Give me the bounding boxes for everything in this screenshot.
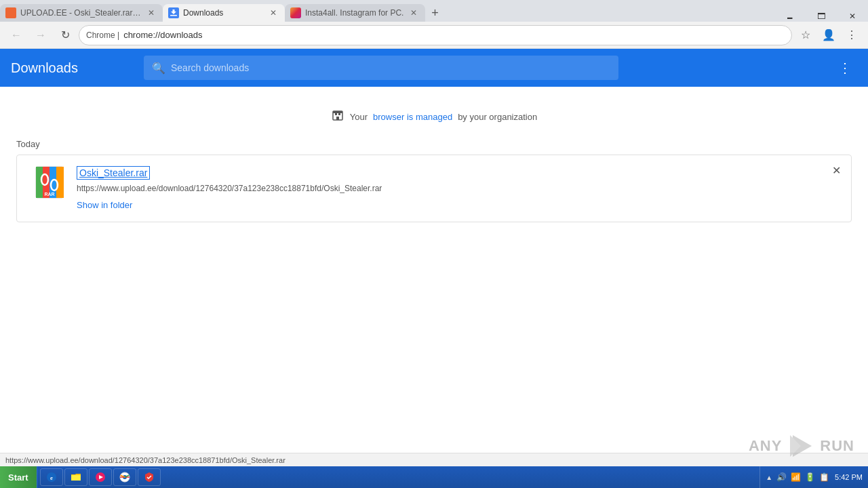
status-text: https://www.upload.ee/download/12764320/… <box>5 456 285 464</box>
tab-upload-close[interactable]: ✕ <box>145 7 157 19</box>
section-today: Today <box>0 134 868 222</box>
shield-icon <box>144 472 155 483</box>
download-filename[interactable]: Oski_Stealer.rar <box>77 166 150 180</box>
media-icon <box>95 472 106 483</box>
download-info: Oski_Stealer.rar https://www.upload.ee/d… <box>77 166 835 211</box>
battery-icon[interactable]: 🔋 <box>805 472 815 482</box>
start-button[interactable]: Start <box>0 466 37 488</box>
taskbar-items: e <box>37 466 760 488</box>
profile-button[interactable]: 👤 <box>818 24 840 46</box>
managed-banner: Your browser is managed by your organiza… <box>0 100 868 134</box>
upload-favicon <box>5 7 16 18</box>
search-icon: 🔍 <box>152 62 165 75</box>
svg-rect-2 <box>335 113 337 115</box>
back-button[interactable]: ← <box>5 24 27 46</box>
status-bar: https://www.upload.ee/download/12764320/… <box>0 453 868 466</box>
download-item: RAR Oski_Stealer.rar https://www.upload.… <box>16 155 852 222</box>
downloads-page: Downloads 🔍 ⋮ Your <box>0 49 868 466</box>
tab-insta[interactable]: Insta4all. Instagram for PC. ✕ <box>285 4 425 22</box>
downloads-header: Downloads 🔍 ⋮ <box>0 49 868 87</box>
taskbar-item-ie[interactable]: e <box>40 468 63 486</box>
taskbar-tray-icons: ▲ 🔊 📶 🔋 📋 <box>766 472 829 482</box>
taskbar-item-shield[interactable] <box>138 468 161 486</box>
address-bar[interactable]: Chrome | chrome://downloads <box>79 25 792 45</box>
network-icon[interactable]: 📶 <box>791 472 801 482</box>
search-bar[interactable]: 🔍 <box>144 56 618 80</box>
downloads-favicon-icon <box>170 9 178 17</box>
section-today-label: Today <box>0 134 868 155</box>
menu-button[interactable]: ⋮ <box>841 24 863 46</box>
tab-downloads-title: Downloads <box>183 8 263 18</box>
remove-download-button[interactable]: ✕ <box>828 162 844 178</box>
downloads-menu-button[interactable]: ⋮ <box>833 56 857 80</box>
volume-icon[interactable]: 🔊 <box>776 472 787 482</box>
downloads-content: Your browser is managed by your organiza… <box>0 87 868 453</box>
taskbar-right: ▲ 🔊 📶 🔋 📋 5:42 PM <box>760 466 868 488</box>
bookmark-button[interactable]: ☆ <box>795 24 816 46</box>
taskbar-item-media[interactable] <box>89 468 112 486</box>
taskbar-clock[interactable]: 5:42 PM <box>835 473 863 481</box>
navigation-toolbar: ← → ↻ Chrome | chrome://downloads ☆ 👤 ⋮ <box>0 22 868 49</box>
toolbar-right: ☆ 👤 ⋮ <box>795 24 863 46</box>
address-text: chrome://downloads <box>123 30 785 40</box>
taskbar: Start e <box>0 466 868 488</box>
tab-upload-title: UPLOAD.EE - Oski_Stealer.rar - Dow... <box>20 8 141 18</box>
building-icon <box>331 108 344 122</box>
download-icon-area: RAR <box>33 166 66 199</box>
svg-rect-0 <box>170 15 177 16</box>
svg-rect-4 <box>336 117 339 120</box>
new-tab-button[interactable]: + <box>425 4 444 22</box>
svg-text:e: e <box>50 474 53 481</box>
start-label: Start <box>8 472 28 483</box>
anyrun-watermark: ANY RUN <box>749 432 854 460</box>
tray-arrow-icon[interactable]: ▲ <box>766 474 772 481</box>
refresh-button[interactable]: ↻ <box>54 24 76 46</box>
tab-insta-close[interactable]: ✕ <box>408 7 420 19</box>
anyrun-logo <box>787 432 814 460</box>
tab-downloads[interactable]: Downloads ✕ <box>163 4 285 22</box>
anyrun-run-text: RUN <box>820 437 854 455</box>
search-input[interactable] <box>171 62 610 73</box>
taskbar-item-folder[interactable] <box>64 468 87 486</box>
downloads-favicon <box>168 7 179 18</box>
tab-downloads-close[interactable]: ✕ <box>267 7 279 19</box>
managed-icon <box>331 108 344 125</box>
tab-upload[interactable]: UPLOAD.EE - Oski_Stealer.rar - Dow... ✕ <box>0 4 163 22</box>
site-info-icon: Chrome | <box>86 30 119 40</box>
insta-favicon <box>290 7 301 18</box>
folder-icon <box>71 472 81 483</box>
svg-rect-3 <box>338 113 340 115</box>
chrome-icon <box>119 472 130 483</box>
show-in-folder-link[interactable]: Show in folder <box>77 200 132 210</box>
forward-button[interactable]: → <box>30 24 52 46</box>
managed-text-before: Your <box>350 112 368 122</box>
action-center-icon[interactable]: 📋 <box>819 472 829 482</box>
winrar-icon: RAR <box>35 166 64 199</box>
anyrun-text: ANY <box>749 437 782 455</box>
download-url: https://www.upload.ee/download/12764320/… <box>77 184 835 193</box>
taskbar-item-chrome[interactable] <box>113 468 136 486</box>
tab-insta-title: Insta4all. Instagram for PC. <box>305 8 403 18</box>
ie-icon: e <box>46 472 57 483</box>
managed-link[interactable]: browser is managed <box>373 112 452 122</box>
svg-text:RAR: RAR <box>44 192 54 197</box>
browser-window: UPLOAD.EE - Oski_Stealer.rar - Dow... ✕ … <box>0 0 868 466</box>
title-bar: UPLOAD.EE - Oski_Stealer.rar - Dow... ✕ … <box>0 0 868 22</box>
managed-text-after: by your organization <box>458 112 537 122</box>
svg-rect-5 <box>333 111 342 113</box>
downloads-page-title: Downloads <box>11 60 133 76</box>
